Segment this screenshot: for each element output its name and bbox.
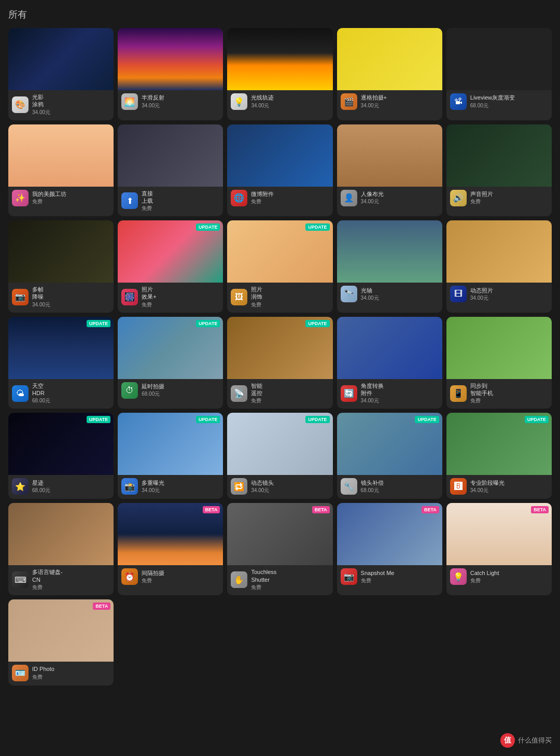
app-card-angleconv[interactable]: 🔄 角度转换附件 34.00元 xyxy=(337,317,442,409)
app-icon-upload: ⬆ xyxy=(121,192,138,209)
app-card-dynphoto[interactable]: 🎞 动态照片 34.00元 xyxy=(446,220,552,313)
app-price-angleconv: 34.00元 xyxy=(361,397,439,404)
app-price-multiexp: 34.00元 xyxy=(142,487,219,494)
badge-touchless: BETA xyxy=(312,506,330,513)
app-price-lightaxis: 34.00元 xyxy=(361,295,439,302)
app-card-lenscomp[interactable]: UPDATE 🔧 镜头补偿 68.00元 xyxy=(337,413,442,499)
app-card-multiframe[interactable]: 📷 多帧降噪 34.00元 xyxy=(8,220,114,313)
app-card-idphoto[interactable]: BETA 🪪 ID Photo 免费 xyxy=(8,599,114,685)
app-card-smartremote[interactable]: UPDATE 📡 智能遥控 免费 xyxy=(227,317,332,409)
app-info-multilang: ⌨ 多语言键盘-CN 免费 xyxy=(8,565,114,595)
app-card-snapshot[interactable]: BETA 📷 Snapshot Me 免费 xyxy=(337,503,442,595)
app-card-dynlens[interactable]: UPDATE 🔁 动态镜头 34.00元 xyxy=(227,413,332,499)
app-icon-dynlens: 🔁 xyxy=(231,478,247,495)
app-card-photodeco[interactable]: UPDATE 🖼 照片润饰 免费 xyxy=(227,220,332,313)
app-thumb-guangying xyxy=(8,28,114,90)
page-title: 所有 xyxy=(8,8,552,21)
app-text-photoeff: 照片效果+ 免费 xyxy=(142,286,219,309)
app-text-multilang: 多语言键盘-CN 免费 xyxy=(32,568,110,591)
app-name-weibo: 微博附件 xyxy=(251,190,329,198)
app-card-timelapse[interactable]: UPDATE ⏱ 延时拍摄 68.00元 xyxy=(118,317,223,409)
app-thumb-portrait xyxy=(337,124,442,187)
app-name-proexp: 专业阶段曝光 xyxy=(470,479,548,486)
app-price-banhua: 34.00元 xyxy=(142,102,219,109)
app-price-photoeff: 免费 xyxy=(142,301,219,309)
app-price-smartremote: 免费 xyxy=(251,397,329,404)
app-card-touchless[interactable]: BETA ✋ TouchlessShutter 免费 xyxy=(227,503,332,595)
app-name-dynphoto: 动态照片 xyxy=(470,287,548,294)
app-card-lightaxis[interactable]: 🔭 光轴 34.00元 xyxy=(337,220,442,313)
app-info-multiexp: 📸 多重曝光 34.00元 xyxy=(118,475,223,499)
app-card-intervalshot[interactable]: BETA ⏰ 间隔拍摄 免费 xyxy=(118,503,223,595)
app-info-sound: 🔊 声音照片 免费 xyxy=(446,187,552,211)
app-card-jianpin[interactable]: 🎬 逐格拍摄+ 34.00元 xyxy=(337,28,442,120)
app-price-intervalshot: 免费 xyxy=(142,577,219,584)
app-card-weibo[interactable]: 🌐 微博附件 免费 xyxy=(227,124,332,217)
app-icon-catchlight: 💡 xyxy=(450,568,467,585)
app-name-idphoto: ID Photo xyxy=(32,665,110,673)
app-icon-beauty: ✨ xyxy=(12,190,29,206)
app-info-lightaxis: 🔭 光轴 34.00元 xyxy=(337,283,442,306)
app-card-skyhdr[interactable]: UPDATE 🌤 天空HDR 68.00元 xyxy=(8,317,114,409)
app-info-idphoto: 🪪 ID Photo 免费 xyxy=(8,662,114,685)
app-text-photodeco: 照片润饰 免费 xyxy=(251,286,329,309)
app-price-liveview: 68.00元 xyxy=(470,102,548,109)
app-price-dynlens: 34.00元 xyxy=(251,487,329,494)
app-name-skyhdr: 天空HDR xyxy=(32,382,110,397)
app-card-multiexp[interactable]: UPDATE 📸 多重曝光 34.00元 xyxy=(118,413,223,499)
app-card-proexp[interactable]: UPDATE 🅱 专业阶段曝光 34.00元 xyxy=(446,413,552,499)
app-card-upload[interactable]: ⬆ 直接上载 免费 xyxy=(118,124,223,217)
app-text-sync: 同步到智能手机 免费 xyxy=(470,382,548,405)
app-card-sync[interactable]: 📱 同步到智能手机 免费 xyxy=(446,317,552,409)
app-name-catchlight: Catch Light xyxy=(470,569,548,577)
app-card-lighttrail[interactable]: 💡 光线轨迹 34.00元 xyxy=(227,28,332,120)
app-card-portrait[interactable]: 👤 人像布光 34.00元 xyxy=(337,124,442,217)
app-name-lightaxis: 光轴 xyxy=(361,287,439,294)
app-card-guangying[interactable]: 🎨 光影涂鸦 34.00元 xyxy=(8,28,114,120)
app-card-liveview[interactable]: 📽 Liveview灰度渐变 68.00元 xyxy=(446,28,552,120)
app-thumb-liveview xyxy=(446,28,552,90)
app-text-banhua: 半滑反射 34.00元 xyxy=(142,94,219,109)
app-icon-skyhdr: 🌤 xyxy=(12,385,29,402)
app-card-banhua[interactable]: 🌅 半滑反射 34.00元 xyxy=(118,28,223,120)
app-price-idphoto: 免费 xyxy=(32,674,110,681)
app-price-skyhdr: 68.00元 xyxy=(32,397,110,404)
app-info-photoeff: 🎆 照片效果+ 免费 xyxy=(118,283,223,313)
app-name-startrail: 星迹 xyxy=(32,479,110,486)
app-card-sound[interactable]: 🔊 声音照片 免费 xyxy=(446,124,552,217)
app-thumb-sync xyxy=(446,317,552,379)
app-icon-photodeco: 🖼 xyxy=(231,289,247,305)
app-text-touchless: TouchlessShutter 免费 xyxy=(251,568,329,591)
app-icon-portrait: 👤 xyxy=(341,190,357,206)
app-card-multilang[interactable]: ⌨ 多语言键盘-CN 免费 xyxy=(8,503,114,595)
app-price-multilang: 免费 xyxy=(32,584,110,591)
badge-startrail: UPDATE xyxy=(87,416,110,423)
app-card-startrail[interactable]: UPDATE ⭐ 星迹 68.00元 xyxy=(8,413,114,499)
app-icon-guangying: 🎨 xyxy=(12,96,29,113)
app-card-catchlight[interactable]: BETA 💡 Catch Light 免费 xyxy=(446,503,552,595)
app-icon-lightaxis: 🔭 xyxy=(341,286,357,302)
app-thumb-smartremote: UPDATE xyxy=(227,317,332,379)
app-info-snapshot: 📷 Snapshot Me 免费 xyxy=(337,565,442,589)
app-grid: 🎨 光影涂鸦 34.00元 🌅 半滑反射 34.00元 💡 xyxy=(8,28,552,685)
app-price-beauty: 免费 xyxy=(32,198,110,205)
app-name-multilang: 多语言键盘-CN xyxy=(32,568,110,583)
badge-skyhdr: UPDATE xyxy=(87,320,110,327)
app-name-sound: 声音照片 xyxy=(470,190,548,198)
app-icon-multilang: ⌨ xyxy=(12,571,29,588)
app-thumb-jianpin xyxy=(337,28,442,90)
app-thumb-snapshot: BETA xyxy=(337,503,442,565)
app-card-beauty[interactable]: ✨ 我的美颜工坊 免费 xyxy=(8,124,114,217)
app-card-photoeff[interactable]: UPDATE 🎆 照片效果+ 免费 xyxy=(118,220,223,313)
app-info-dynphoto: 🎞 动态照片 34.00元 xyxy=(446,283,552,306)
app-price-catchlight: 免费 xyxy=(470,577,548,584)
app-name-upload: 直接上载 xyxy=(142,190,219,205)
app-icon-touchless: ✋ xyxy=(231,571,247,588)
badge-catchlight: BETA xyxy=(531,506,549,513)
app-icon-sound: 🔊 xyxy=(450,190,467,206)
app-price-multiframe: 34.00元 xyxy=(32,301,110,309)
app-name-portrait: 人像布光 xyxy=(361,190,439,198)
app-text-skyhdr: 天空HDR 68.00元 xyxy=(32,382,110,405)
app-thumb-startrail: UPDATE xyxy=(8,413,114,475)
app-text-liveview: Liveview灰度渐变 68.00元 xyxy=(470,94,548,109)
